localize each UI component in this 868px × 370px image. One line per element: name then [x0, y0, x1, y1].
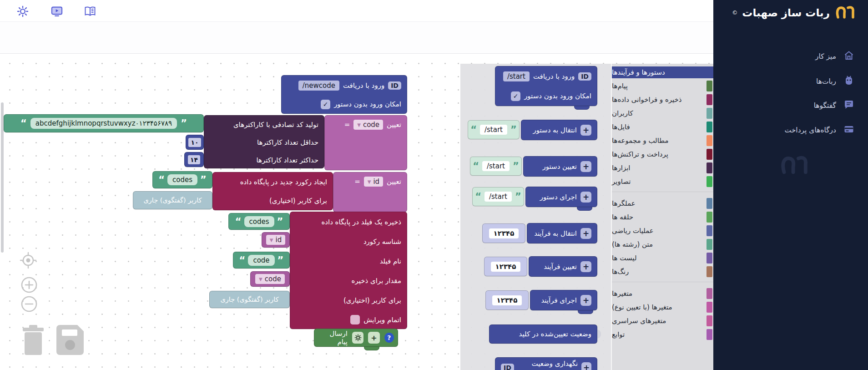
- variable-dropdown[interactable]: code ▼: [353, 120, 383, 130]
- flyout-block-state-in-key[interactable]: وضعیت تعیین‌شده در کلید: [489, 324, 597, 344]
- sidebar-item-payment-gateways[interactable]: درگاه‌های پرداخت: [713, 122, 868, 138]
- flyout-block-run-command[interactable]: + اجرای دستور: [525, 187, 597, 207]
- canvas-block-save-field[interactable]: ذخیره یک فیلد در پایگاه داده شناسه رکورد…: [290, 212, 407, 329]
- flyout-block-keep-command-state[interactable]: + نگهداری وضعیت دستور ID: [495, 357, 597, 370]
- toolbox-category-variables[interactable]: متغیرها: [612, 288, 713, 299]
- toolbox-category-math[interactable]: عملیات ریاضی: [612, 225, 713, 237]
- toolbox-category-logic[interactable]: عملگرها: [612, 198, 713, 209]
- canvas-block-current-user[interactable]: کاربر (گفتگوی) جاری: [209, 291, 290, 308]
- canvas-block-db-name-string[interactable]: “ codes ”: [152, 171, 212, 188]
- number-field[interactable]: ۱۲۳۴۵: [491, 262, 521, 272]
- canvas-block-db-name-string[interactable]: “ codes ”: [228, 213, 290, 230]
- string-field[interactable]: /start: [484, 192, 512, 202]
- zoom-in-icon[interactable]: [20, 276, 38, 296]
- plus-badge[interactable]: +: [580, 261, 591, 272]
- toolbox-category-data-storage[interactable]: ذخیره و فراخوانی داده‌ها: [612, 94, 713, 106]
- flyout-block-goto-process[interactable]: + انتقال به فرآیند: [527, 223, 597, 243]
- plus-badge[interactable]: +: [580, 125, 591, 136]
- gear-icon[interactable]: [352, 332, 363, 344]
- variable-dropdown[interactable]: id ▼: [266, 235, 285, 245]
- toolbox-category-payments[interactable]: پرداخت و تراکنش‌ها: [612, 148, 713, 160]
- string-field[interactable]: /start: [480, 125, 507, 135]
- flyout-string-shadow-block[interactable]: “ /start ”: [470, 157, 522, 176]
- canvas-block-set-variable-id[interactable]: تعیین id ▼ =: [333, 172, 407, 212]
- flyout-block-set-process[interactable]: + تعیین فرآیند: [529, 256, 597, 277]
- flyout-string-shadow-block[interactable]: “ /start ”: [468, 120, 520, 139]
- zoom-to-fit-icon[interactable]: [18, 250, 38, 272]
- sidebar-item-dashboard[interactable]: میز کار: [713, 48, 868, 65]
- trash-icon[interactable]: [19, 323, 47, 359]
- canvas-block-field-name-string[interactable]: “ code ”: [233, 252, 290, 269]
- toolbox-category-content[interactable]: مطالب و مجموعه‌ها: [612, 135, 713, 147]
- plus-badge[interactable]: +: [580, 295, 591, 306]
- save-floppy-icon[interactable]: [54, 323, 86, 359]
- toolbox-category-lists[interactable]: لیست ها: [612, 252, 713, 264]
- toolbox-category-users[interactable]: کاربران: [612, 107, 713, 119]
- canvas-block-entry-command[interactable]: ID ورود با دریافت /newcode امکان ورود بد…: [281, 75, 407, 114]
- canvas-block-set-variable-code[interactable]: تعیین code ▼ =: [324, 115, 407, 170]
- checkbox-checked[interactable]: ✓: [321, 100, 330, 109]
- toolbox-category-global-variables[interactable]: متغیرهای سراسری: [612, 315, 713, 327]
- docs-book-icon[interactable]: [83, 5, 97, 20]
- toolbox-category-functions[interactable]: توابع: [612, 329, 713, 340]
- vertical-scrollbar[interactable]: [1, 102, 4, 253]
- video-tutorial-icon[interactable]: [50, 5, 64, 20]
- checkbox-unchecked[interactable]: [350, 315, 360, 324]
- plus-badge[interactable]: +: [581, 362, 591, 370]
- number-field[interactable]: ۱۲۳۴۵: [489, 228, 519, 238]
- canvas-block-send-message[interactable]: ? + ارسال پیام: [314, 329, 398, 347]
- flyout-number-shadow-block[interactable]: ۱۲۳۴۵: [482, 223, 525, 243]
- string-field[interactable]: abcdefghijklmnopqrstuvwxyz۰۱۲۳۴۵۶۷۸۹: [30, 118, 177, 129]
- blockly-workspace[interactable]: دستورها و فرآیندها پیام‌ها ذخیره و فراخو…: [0, 54, 713, 370]
- category-label: توابع: [612, 330, 625, 339]
- plus-badge[interactable]: +: [580, 228, 591, 239]
- string-field[interactable]: code: [248, 255, 274, 266]
- toolbox-category-tools[interactable]: ابزارها: [612, 162, 713, 174]
- sidebar-item-chats[interactable]: گفتگوها: [713, 97, 868, 114]
- brand[interactable]: ربات ساز صهبات ©: [732, 4, 855, 22]
- command-field[interactable]: /start: [503, 71, 530, 81]
- number-field[interactable]: ۱۰: [188, 138, 201, 147]
- toolbox-category-typed-variables[interactable]: متغیرها (با تعیین نوع): [612, 301, 713, 313]
- canvas-block-create-record[interactable]: ایجاد رکورد جدید در پایگاه داده برای کار…: [212, 172, 333, 210]
- flyout-block-goto-command[interactable]: + انتقال به دستور: [521, 120, 597, 140]
- flyout-number-shadow-block[interactable]: ۱۲۳۴۵: [485, 290, 529, 310]
- theme-toggle-sun-icon[interactable]: [16, 5, 29, 20]
- zoom-out-icon[interactable]: [20, 295, 38, 315]
- number-field[interactable]: ۱۴: [188, 155, 200, 164]
- canvas-block-variable-code[interactable]: code ▼: [250, 271, 290, 287]
- string-field[interactable]: /start: [482, 161, 510, 171]
- toolbox-category-commands[interactable]: دستورها و فرآیندها: [612, 66, 713, 78]
- toolbox-category-text[interactable]: متن (رشته ها): [612, 238, 713, 250]
- canvas-block-variable-id[interactable]: id ▼: [262, 232, 290, 248]
- toolbox-category-colors[interactable]: رنگ‌ها: [612, 266, 713, 278]
- variable-dropdown[interactable]: code ▼: [255, 274, 285, 284]
- flyout-block-set-command[interactable]: + تعیین دستور: [523, 156, 597, 177]
- canvas-block-max-number[interactable]: ۱۴: [184, 152, 204, 167]
- toolbox-category-images[interactable]: تصاویر: [612, 176, 713, 188]
- number-field[interactable]: ۱۲۳۴۵: [492, 295, 522, 305]
- string-field[interactable]: codes: [167, 174, 197, 185]
- string-field[interactable]: codes: [244, 216, 274, 227]
- plus-badge[interactable]: +: [580, 161, 591, 172]
- plus-badge[interactable]: +: [368, 332, 379, 344]
- command-field[interactable]: /newcode: [298, 81, 339, 91]
- flyout-block-run-process[interactable]: + اجرای فرآیند: [530, 290, 597, 310]
- canvas-block-min-number[interactable]: ۱۰: [186, 135, 204, 150]
- category-label: ذخیره و فراخوانی داده‌ها: [612, 96, 682, 104]
- flyout-string-shadow-block[interactable]: “ /start ”: [472, 187, 524, 206]
- flyout-number-shadow-block[interactable]: ۱۲۳۴۵: [484, 257, 527, 276]
- plus-badge[interactable]: +: [580, 192, 591, 203]
- sidebar-item-bots[interactable]: ربات‌ها: [713, 73, 868, 90]
- toolbox-category-messages[interactable]: پیام‌ها: [612, 80, 713, 92]
- toolbox-category-loops[interactable]: حلقه ها: [612, 211, 713, 223]
- block-label: تولید کد تصادفی با کاراکترهای: [233, 121, 318, 129]
- toolbox-category-files[interactable]: فایل‌ها: [612, 121, 713, 133]
- variable-dropdown[interactable]: id ▼: [364, 177, 383, 187]
- flyout-block-entry-command[interactable]: ID ورود با دریافت /start امکان ورود بدون…: [495, 66, 597, 106]
- canvas-block-current-user[interactable]: کاربر (گفتگوی) جاری: [133, 191, 212, 209]
- canvas-block-random-code[interactable]: تولید کد تصادفی با کاراکترهای حداقل تعدا…: [204, 115, 324, 168]
- help-icon[interactable]: ?: [384, 333, 394, 343]
- checkbox-checked[interactable]: ✓: [511, 91, 520, 101]
- canvas-block-chars-string[interactable]: “ abcdefghijklmnopqrstuvwxyz۰۱۲۳۴۵۶۷۸۹ ”: [4, 114, 204, 132]
